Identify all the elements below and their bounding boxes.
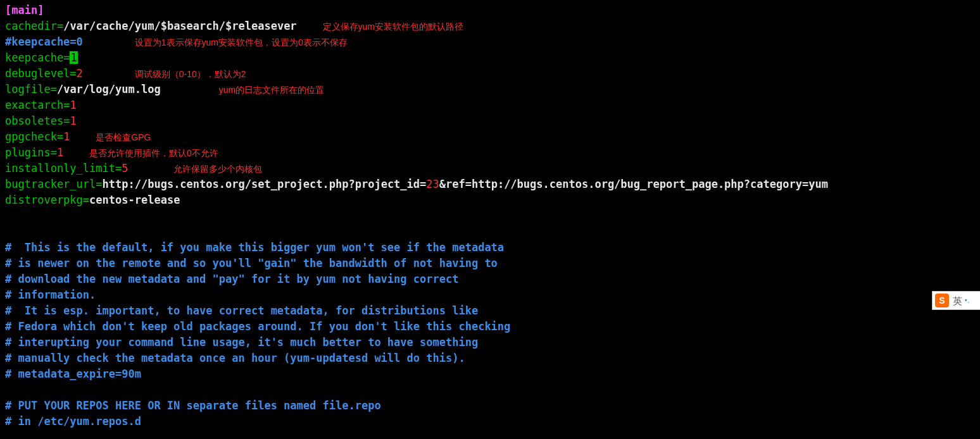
eq: = <box>70 67 76 80</box>
line-logfile[interactable]: logfile=/var/log/yum.log yum的日志文件所在的位置 <box>5 82 975 97</box>
line-bugtracker[interactable]: bugtracker_url=http://bugs.centos.org/se… <box>5 176 975 192</box>
comment-line[interactable]: # manually check the metadata once an ho… <box>5 350 975 366</box>
key-logfile: logfile <box>5 83 51 96</box>
val-logfile: /var/log/yum.log <box>57 83 161 96</box>
val-debuglevel: 2 <box>77 67 83 80</box>
key-installonly: installonly_limit <box>5 162 115 175</box>
spacer <box>297 20 323 32</box>
section-header: [main] <box>5 3 975 18</box>
comment-line[interactable]: # download the new metadata and "pay" fo… <box>5 271 975 287</box>
comment-line[interactable]: # It is esp. important, to have correct … <box>5 303 975 319</box>
eq: = <box>51 83 57 96</box>
comment-line[interactable]: # is newer on the remote and so you'll "… <box>5 256 975 271</box>
blank-line[interactable] <box>5 224 975 240</box>
spacer <box>83 35 135 48</box>
blank-line[interactable] <box>5 382 975 398</box>
line-plugins[interactable]: plugins=1 是否允许使用插件，默认0不允许 <box>5 145 975 161</box>
editor-cursor[interactable]: 1 <box>70 51 77 64</box>
eq: = <box>63 114 70 127</box>
key-plugins: plugins <box>5 146 51 159</box>
val-exactarch: 1 <box>70 99 76 111</box>
comment-keepcache0: #keepcache=0 <box>5 35 83 48</box>
annot-installonly: 允许保留多少个内核包 <box>173 164 262 174</box>
eq: = <box>63 99 70 111</box>
spacer <box>63 146 89 159</box>
line-cachedir[interactable]: cachedir=/var/cache/yum/$basearch/$relea… <box>5 18 975 34</box>
eq: = <box>57 20 63 32</box>
comment-line[interactable]: # Fedora which don't keep old packages a… <box>5 319 975 335</box>
val-bugtracker-post: &ref=http://bugs.centos.org/bug_report_p… <box>439 178 828 190</box>
line-keepcache0[interactable]: #keepcache=0 设置为1表示保存yum安装软件包，设置为0表示不保存 <box>5 34 975 50</box>
comment-line[interactable]: # This is the default, if you make this … <box>5 240 975 256</box>
key-gpgcheck: gpgcheck <box>5 130 57 143</box>
key-obsoletes: obsoletes <box>5 114 63 127</box>
eq: = <box>63 51 70 64</box>
annot-keepcache0: 设置为1表示保存yum安装软件包，设置为0表示不保存 <box>135 37 348 47</box>
key-debuglevel: debuglevel <box>5 67 70 80</box>
key-distro: distroverpkg <box>5 194 83 206</box>
annot-cachedir: 定义保存yum安装软件包的默认路径 <box>323 22 463 32</box>
key-bugtracker: bugtracker_url <box>5 178 96 190</box>
comment-line[interactable]: # metadata_expire=90m <box>5 366 975 382</box>
annot-debuglevel: 调试级别（0-10），默认为2 <box>135 69 246 79</box>
line-exactarch[interactable]: exactarch=1 <box>5 97 975 113</box>
eq: = <box>51 146 57 159</box>
key-cachedir: cachedir <box>5 20 57 32</box>
val-distro: centos-release <box>89 194 180 206</box>
val-installonly: 5 <box>122 162 128 175</box>
key-exactarch: exactarch <box>5 99 63 111</box>
line-gpgcheck[interactable]: gpgcheck=1 是否检查GPG <box>5 129 975 145</box>
comment-line[interactable]: # PUT YOUR REPOS HERE OR IN separate fil… <box>5 398 975 414</box>
line-keepcache[interactable]: keepcache=1 <box>5 50 975 66</box>
spacer <box>129 162 174 175</box>
annot-plugins: 是否允许使用插件，默认0不允许 <box>89 148 218 158</box>
val-plugins: 1 <box>57 146 63 159</box>
annot-gpgcheck: 是否检查GPG <box>96 132 151 142</box>
section-main: [main] <box>5 4 44 16</box>
val-obsoletes: 1 <box>70 114 76 127</box>
val-bugtracker-pre: http://bugs.centos.org/set_project.php?p… <box>103 178 427 190</box>
comment-line[interactable]: # interupting your command line usage, i… <box>5 335 975 350</box>
blank-line[interactable] <box>5 208 975 224</box>
line-obsoletes[interactable]: obsoletes=1 <box>5 113 975 129</box>
line-distro[interactable]: distroverpkg=centos-release <box>5 192 975 208</box>
comment-line[interactable]: # in /etc/yum.repos.d <box>5 414 975 430</box>
eq: = <box>96 178 102 190</box>
val-bugtracker-num: 23 <box>426 178 439 190</box>
val-cachedir: /var/cache/yum/$basearch/$releasever <box>63 20 296 32</box>
comment-line[interactable]: # information. <box>5 287 975 303</box>
ime-toolbar[interactable]: S 英 •, <box>932 291 980 310</box>
sogou-icon[interactable]: S <box>935 294 949 307</box>
eq: = <box>57 130 63 143</box>
ime-language-indicator[interactable]: 英 <box>953 293 962 309</box>
key-keepcache: keepcache <box>5 51 63 64</box>
eq: = <box>83 194 89 206</box>
spacer <box>83 67 135 80</box>
eq: = <box>115 162 122 175</box>
line-debuglevel[interactable]: debuglevel=2 调试级别（0-10），默认为2 <box>5 66 975 82</box>
spacer <box>161 83 219 96</box>
ime-menu-icon[interactable]: •, <box>965 298 970 303</box>
annot-logfile: yum的日志文件所在的位置 <box>219 85 324 95</box>
val-gpgcheck: 1 <box>63 130 70 143</box>
line-installonly[interactable]: installonly_limit=5 允许保留多少个内核包 <box>5 161 975 176</box>
spacer <box>70 130 96 143</box>
